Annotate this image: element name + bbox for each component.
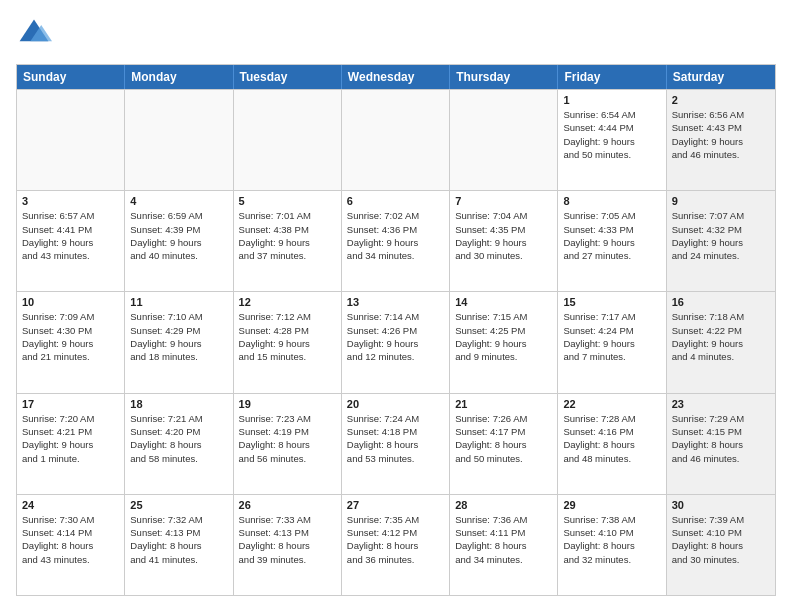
day-number: 18 <box>130 398 227 410</box>
day-cell-20: 20Sunrise: 7:24 AM Sunset: 4:18 PM Dayli… <box>342 394 450 494</box>
day-info: Sunrise: 7:21 AM Sunset: 4:20 PM Dayligh… <box>130 412 227 465</box>
day-info: Sunrise: 7:28 AM Sunset: 4:16 PM Dayligh… <box>563 412 660 465</box>
day-number: 8 <box>563 195 660 207</box>
day-info: Sunrise: 6:59 AM Sunset: 4:39 PM Dayligh… <box>130 209 227 262</box>
day-cell-4: 4Sunrise: 6:59 AM Sunset: 4:39 PM Daylig… <box>125 191 233 291</box>
day-cell-9: 9Sunrise: 7:07 AM Sunset: 4:32 PM Daylig… <box>667 191 775 291</box>
day-cell-11: 11Sunrise: 7:10 AM Sunset: 4:29 PM Dayli… <box>125 292 233 392</box>
day-number: 11 <box>130 296 227 308</box>
day-cell-19: 19Sunrise: 7:23 AM Sunset: 4:19 PM Dayli… <box>234 394 342 494</box>
day-number: 12 <box>239 296 336 308</box>
week-row-0: 1Sunrise: 6:54 AM Sunset: 4:44 PM Daylig… <box>17 89 775 190</box>
day-info: Sunrise: 6:56 AM Sunset: 4:43 PM Dayligh… <box>672 108 770 161</box>
day-info: Sunrise: 7:10 AM Sunset: 4:29 PM Dayligh… <box>130 310 227 363</box>
calendar: SundayMondayTuesdayWednesdayThursdayFrid… <box>16 64 776 596</box>
day-number: 25 <box>130 499 227 511</box>
day-info: Sunrise: 7:02 AM Sunset: 4:36 PM Dayligh… <box>347 209 444 262</box>
header-day-friday: Friday <box>558 65 666 89</box>
day-number: 15 <box>563 296 660 308</box>
empty-cell <box>450 90 558 190</box>
day-cell-22: 22Sunrise: 7:28 AM Sunset: 4:16 PM Dayli… <box>558 394 666 494</box>
day-cell-27: 27Sunrise: 7:35 AM Sunset: 4:12 PM Dayli… <box>342 495 450 595</box>
day-cell-16: 16Sunrise: 7:18 AM Sunset: 4:22 PM Dayli… <box>667 292 775 392</box>
logo <box>16 16 58 52</box>
day-info: Sunrise: 7:14 AM Sunset: 4:26 PM Dayligh… <box>347 310 444 363</box>
day-info: Sunrise: 7:18 AM Sunset: 4:22 PM Dayligh… <box>672 310 770 363</box>
day-info: Sunrise: 7:24 AM Sunset: 4:18 PM Dayligh… <box>347 412 444 465</box>
day-number: 6 <box>347 195 444 207</box>
day-info: Sunrise: 7:30 AM Sunset: 4:14 PM Dayligh… <box>22 513 119 566</box>
day-cell-1: 1Sunrise: 6:54 AM Sunset: 4:44 PM Daylig… <box>558 90 666 190</box>
day-info: Sunrise: 7:07 AM Sunset: 4:32 PM Dayligh… <box>672 209 770 262</box>
day-number: 23 <box>672 398 770 410</box>
day-info: Sunrise: 7:29 AM Sunset: 4:15 PM Dayligh… <box>672 412 770 465</box>
day-number: 26 <box>239 499 336 511</box>
logo-icon <box>16 16 52 52</box>
header-day-saturday: Saturday <box>667 65 775 89</box>
day-number: 29 <box>563 499 660 511</box>
day-info: Sunrise: 7:04 AM Sunset: 4:35 PM Dayligh… <box>455 209 552 262</box>
week-row-3: 17Sunrise: 7:20 AM Sunset: 4:21 PM Dayli… <box>17 393 775 494</box>
day-cell-5: 5Sunrise: 7:01 AM Sunset: 4:38 PM Daylig… <box>234 191 342 291</box>
day-number: 22 <box>563 398 660 410</box>
day-cell-2: 2Sunrise: 6:56 AM Sunset: 4:43 PM Daylig… <box>667 90 775 190</box>
day-info: Sunrise: 7:36 AM Sunset: 4:11 PM Dayligh… <box>455 513 552 566</box>
week-row-2: 10Sunrise: 7:09 AM Sunset: 4:30 PM Dayli… <box>17 291 775 392</box>
day-cell-14: 14Sunrise: 7:15 AM Sunset: 4:25 PM Dayli… <box>450 292 558 392</box>
header-day-wednesday: Wednesday <box>342 65 450 89</box>
day-cell-6: 6Sunrise: 7:02 AM Sunset: 4:36 PM Daylig… <box>342 191 450 291</box>
day-cell-24: 24Sunrise: 7:30 AM Sunset: 4:14 PM Dayli… <box>17 495 125 595</box>
day-info: Sunrise: 7:17 AM Sunset: 4:24 PM Dayligh… <box>563 310 660 363</box>
page: SundayMondayTuesdayWednesdayThursdayFrid… <box>0 0 792 612</box>
day-cell-28: 28Sunrise: 7:36 AM Sunset: 4:11 PM Dayli… <box>450 495 558 595</box>
day-number: 17 <box>22 398 119 410</box>
day-info: Sunrise: 7:20 AM Sunset: 4:21 PM Dayligh… <box>22 412 119 465</box>
day-cell-8: 8Sunrise: 7:05 AM Sunset: 4:33 PM Daylig… <box>558 191 666 291</box>
day-cell-25: 25Sunrise: 7:32 AM Sunset: 4:13 PM Dayli… <box>125 495 233 595</box>
empty-cell <box>17 90 125 190</box>
header-day-monday: Monday <box>125 65 233 89</box>
day-info: Sunrise: 7:09 AM Sunset: 4:30 PM Dayligh… <box>22 310 119 363</box>
day-info: Sunrise: 7:15 AM Sunset: 4:25 PM Dayligh… <box>455 310 552 363</box>
day-info: Sunrise: 6:54 AM Sunset: 4:44 PM Dayligh… <box>563 108 660 161</box>
day-cell-7: 7Sunrise: 7:04 AM Sunset: 4:35 PM Daylig… <box>450 191 558 291</box>
day-info: Sunrise: 6:57 AM Sunset: 4:41 PM Dayligh… <box>22 209 119 262</box>
day-number: 28 <box>455 499 552 511</box>
day-info: Sunrise: 7:32 AM Sunset: 4:13 PM Dayligh… <box>130 513 227 566</box>
week-row-4: 24Sunrise: 7:30 AM Sunset: 4:14 PM Dayli… <box>17 494 775 595</box>
day-number: 16 <box>672 296 770 308</box>
day-cell-21: 21Sunrise: 7:26 AM Sunset: 4:17 PM Dayli… <box>450 394 558 494</box>
day-info: Sunrise: 7:01 AM Sunset: 4:38 PM Dayligh… <box>239 209 336 262</box>
day-info: Sunrise: 7:39 AM Sunset: 4:10 PM Dayligh… <box>672 513 770 566</box>
day-number: 30 <box>672 499 770 511</box>
day-number: 13 <box>347 296 444 308</box>
day-cell-30: 30Sunrise: 7:39 AM Sunset: 4:10 PM Dayli… <box>667 495 775 595</box>
empty-cell <box>125 90 233 190</box>
day-number: 19 <box>239 398 336 410</box>
day-number: 7 <box>455 195 552 207</box>
header-day-thursday: Thursday <box>450 65 558 89</box>
header-day-sunday: Sunday <box>17 65 125 89</box>
day-cell-18: 18Sunrise: 7:21 AM Sunset: 4:20 PM Dayli… <box>125 394 233 494</box>
day-number: 9 <box>672 195 770 207</box>
day-number: 2 <box>672 94 770 106</box>
day-cell-10: 10Sunrise: 7:09 AM Sunset: 4:30 PM Dayli… <box>17 292 125 392</box>
day-info: Sunrise: 7:12 AM Sunset: 4:28 PM Dayligh… <box>239 310 336 363</box>
day-cell-3: 3Sunrise: 6:57 AM Sunset: 4:41 PM Daylig… <box>17 191 125 291</box>
day-number: 5 <box>239 195 336 207</box>
day-cell-17: 17Sunrise: 7:20 AM Sunset: 4:21 PM Dayli… <box>17 394 125 494</box>
day-number: 4 <box>130 195 227 207</box>
empty-cell <box>234 90 342 190</box>
day-number: 14 <box>455 296 552 308</box>
day-number: 10 <box>22 296 119 308</box>
calendar-header: SundayMondayTuesdayWednesdayThursdayFrid… <box>17 65 775 89</box>
day-number: 24 <box>22 499 119 511</box>
day-info: Sunrise: 7:33 AM Sunset: 4:13 PM Dayligh… <box>239 513 336 566</box>
header-day-tuesday: Tuesday <box>234 65 342 89</box>
day-cell-29: 29Sunrise: 7:38 AM Sunset: 4:10 PM Dayli… <box>558 495 666 595</box>
day-info: Sunrise: 7:23 AM Sunset: 4:19 PM Dayligh… <box>239 412 336 465</box>
header <box>16 16 776 52</box>
day-cell-12: 12Sunrise: 7:12 AM Sunset: 4:28 PM Dayli… <box>234 292 342 392</box>
day-cell-23: 23Sunrise: 7:29 AM Sunset: 4:15 PM Dayli… <box>667 394 775 494</box>
day-number: 20 <box>347 398 444 410</box>
